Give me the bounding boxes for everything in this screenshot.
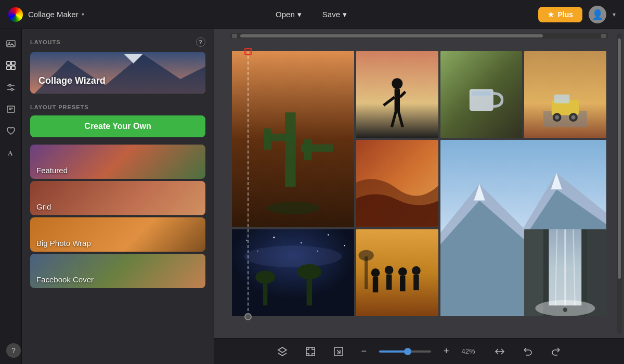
presets-section-label: LAYOUT PRESETS [30, 104, 205, 110]
left-panel: LAYOUTS ? [22, 29, 214, 364]
svg-point-39 [555, 115, 559, 119]
svg-rect-10 [7, 106, 15, 112]
svg-rect-86 [306, 347, 315, 356]
svg-rect-22 [304, 139, 311, 160]
layouts-section-label: LAYOUTS ? [30, 37, 205, 47]
plus-button[interactable]: ★ Plus [538, 7, 582, 22]
svg-point-41 [571, 115, 576, 119]
bottom-handle[interactable] [244, 313, 252, 320]
create-own-button[interactable]: Create Your Own [30, 115, 205, 137]
wizard-card-bg [30, 52, 205, 94]
dashed-divider [248, 51, 249, 316]
collage-cell-waterfall[interactable] [524, 229, 606, 316]
svg-rect-37 [554, 95, 569, 103]
svg-point-58 [344, 245, 345, 246]
preset-fbcover[interactable]: Facebook Cover [30, 254, 205, 288]
h-scroll-left [232, 34, 237, 38]
svg-point-69 [398, 267, 407, 276]
plus-star-icon: ★ [548, 10, 554, 19]
zoom-plus-button[interactable]: + [439, 343, 453, 360]
arrange-button[interactable] [490, 343, 510, 360]
svg-rect-26 [395, 89, 400, 111]
svg-point-65 [297, 264, 321, 279]
svg-rect-4 [7, 66, 10, 70]
fit-screen-button[interactable] [301, 343, 320, 360]
svg-point-85 [563, 307, 567, 311]
v-scrollbar-thumb[interactable] [618, 38, 621, 279]
svg-rect-78 [524, 229, 543, 316]
collage-cell-8[interactable] [356, 229, 438, 316]
svg-rect-75 [365, 256, 368, 289]
svg-point-23 [266, 202, 319, 215]
icon-bar-adjust[interactable] [3, 79, 19, 96]
svg-point-67 [371, 268, 380, 277]
h-scrollbar-thumb[interactable] [240, 34, 543, 37]
preset-bigphoto[interactable]: Big Photo Wrap [30, 217, 205, 252]
collage-canvas [232, 51, 606, 316]
layouts-help-icon[interactable]: ? [196, 37, 205, 47]
svg-point-57 [328, 234, 329, 236]
undo-button[interactable] [518, 343, 538, 360]
header-right: ★ Plus 👤 ▾ [538, 6, 616, 23]
svg-point-7 [9, 84, 11, 86]
wizard-label: Collage Wizard [38, 75, 106, 86]
collage-cell-1[interactable] [232, 51, 354, 227]
zoom-value: 42% [462, 347, 482, 355]
collage-cell-3[interactable] [440, 51, 523, 138]
h-scrollbar[interactable] [230, 33, 608, 38]
zoom-minus-button[interactable]: − [357, 343, 371, 360]
grid-label: Grid [30, 198, 57, 215]
zoom-slider[interactable] [379, 350, 431, 353]
header-center: Open ▾ Save ▾ [84, 7, 539, 22]
avatar[interactable]: 👤 [589, 6, 606, 23]
collage-grid [232, 51, 606, 316]
save-button[interactable]: Save ▾ [315, 7, 354, 22]
icon-bar-heart[interactable] [3, 123, 19, 139]
main-body: A LAYOUTS ? [0, 29, 624, 364]
svg-point-56 [301, 242, 302, 243]
help-fab[interactable]: ? [6, 343, 21, 358]
svg-rect-3 [11, 61, 15, 65]
export-button[interactable] [329, 343, 348, 360]
h-scroll-right [601, 34, 606, 38]
svg-point-9 [11, 88, 13, 90]
app-name-button[interactable]: Collage Maker ▾ [28, 10, 84, 19]
collage-cell-5[interactable] [356, 140, 438, 227]
canvas-area: − + 42% [214, 29, 624, 364]
icon-bar: A [0, 29, 22, 364]
app-logo[interactable] [8, 7, 23, 22]
collage-cell-7[interactable] [232, 229, 354, 316]
preset-grid[interactable]: Grid [30, 181, 205, 215]
collage-cell-2[interactable] [356, 51, 438, 138]
icon-bar-text[interactable] [3, 101, 19, 118]
preset-featured[interactable]: Featured [30, 145, 205, 179]
svg-rect-18 [285, 112, 295, 187]
v-scrollbar[interactable] [617, 33, 622, 334]
icon-bar-font[interactable]: A [3, 145, 19, 161]
top-handle[interactable] [244, 48, 252, 55]
svg-text:A: A [8, 149, 13, 157]
canvas-wrapper[interactable] [214, 29, 624, 338]
svg-point-76 [359, 250, 374, 261]
svg-rect-20 [264, 128, 271, 150]
header: Collage Maker ▾ Open ▾ Save ▾ ★ Plus 👤 ▾ [0, 0, 624, 29]
svg-point-70 [412, 266, 421, 275]
layers-button[interactable] [272, 343, 292, 360]
avatar-chevron[interactable]: ▾ [613, 11, 616, 18]
featured-label: Featured [30, 162, 74, 179]
svg-point-25 [392, 78, 402, 89]
collage-cell-4[interactable] [524, 51, 606, 138]
svg-rect-72 [386, 274, 392, 289]
icon-bar-image[interactable] [3, 35, 19, 52]
svg-rect-74 [413, 275, 419, 290]
redo-button[interactable] [546, 343, 566, 360]
svg-rect-2 [7, 61, 10, 65]
svg-rect-73 [400, 276, 405, 291]
open-button[interactable]: Open ▾ [268, 7, 309, 22]
wizard-card[interactable]: Collage Wizard [30, 52, 205, 94]
zoom-slider-thumb[interactable] [404, 348, 411, 355]
fbcover-label: Facebook Cover [30, 271, 100, 288]
icon-bar-layout[interactable] [3, 57, 19, 74]
svg-rect-66 [356, 229, 438, 316]
svg-rect-79 [587, 229, 606, 316]
